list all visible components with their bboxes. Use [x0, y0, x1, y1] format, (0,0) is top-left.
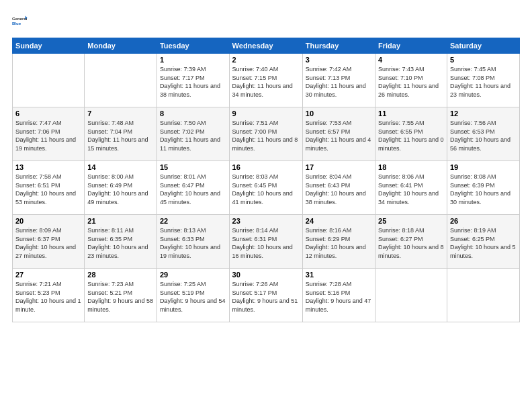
header-day-thursday: Thursday — [302, 38, 375, 54]
calendar-cell: 10Sunrise: 7:53 AM Sunset: 6:57 PM Dayli… — [302, 107, 375, 161]
day-info: Sunrise: 7:25 AM Sunset: 5:19 PM Dayligh… — [160, 280, 226, 314]
calendar-cell: 17Sunrise: 8:04 AM Sunset: 6:43 PM Dayli… — [302, 161, 375, 215]
calendar-cell: 3Sunrise: 7:42 AM Sunset: 7:13 PM Daylig… — [302, 54, 375, 107]
calendar-cell: 12Sunrise: 7:56 AM Sunset: 6:53 PM Dayli… — [447, 107, 519, 161]
day-number: 19 — [450, 163, 517, 171]
header-day-wednesday: Wednesday — [229, 38, 302, 54]
calendar-cell: 21Sunrise: 8:11 AM Sunset: 6:35 PM Dayli… — [85, 215, 157, 269]
day-number: 13 — [15, 163, 81, 171]
day-info: Sunrise: 8:06 AM Sunset: 6:41 PM Dayligh… — [378, 173, 444, 206]
day-info: Sunrise: 8:09 AM Sunset: 6:37 PM Dayligh… — [15, 226, 81, 260]
day-number: 21 — [87, 217, 154, 225]
day-info: Sunrise: 7:28 AM Sunset: 5:16 PM Dayligh… — [306, 280, 372, 314]
day-info: Sunrise: 7:47 AM Sunset: 7:06 PM Dayligh… — [15, 119, 81, 152]
calendar-cell — [85, 54, 157, 107]
day-info: Sunrise: 7:45 AM Sunset: 7:08 PM Dayligh… — [450, 65, 517, 99]
day-number: 1 — [160, 56, 226, 64]
day-number: 25 — [378, 217, 444, 225]
calendar-cell: 22Sunrise: 8:13 AM Sunset: 6:33 PM Dayli… — [157, 215, 229, 269]
day-info: Sunrise: 7:23 AM Sunset: 5:21 PM Dayligh… — [87, 280, 154, 314]
calendar-cell: 30Sunrise: 7:26 AM Sunset: 5:17 PM Dayli… — [229, 269, 302, 322]
day-number: 28 — [87, 271, 154, 279]
calendar-cell: 24Sunrise: 8:16 AM Sunset: 6:29 PM Dayli… — [302, 215, 375, 269]
calendar-cell: 2Sunrise: 7:40 AM Sunset: 7:15 PM Daylig… — [229, 54, 302, 107]
calendar-cell — [447, 269, 519, 322]
calendar-cell: 6Sunrise: 7:47 AM Sunset: 7:06 PM Daylig… — [13, 107, 85, 161]
calendar-cell: 8Sunrise: 7:50 AM Sunset: 7:02 PM Daylig… — [157, 107, 229, 161]
day-info: Sunrise: 7:39 AM Sunset: 7:17 PM Dayligh… — [160, 65, 226, 99]
day-number: 23 — [232, 217, 300, 225]
calendar-cell: 16Sunrise: 8:03 AM Sunset: 6:45 PM Dayli… — [229, 161, 302, 215]
day-info: Sunrise: 8:19 AM Sunset: 6:25 PM Dayligh… — [450, 226, 517, 260]
day-info: Sunrise: 7:26 AM Sunset: 5:17 PM Dayligh… — [232, 280, 300, 314]
day-number: 14 — [87, 163, 154, 171]
calendar-cell — [13, 54, 85, 107]
day-info: Sunrise: 8:04 AM Sunset: 6:43 PM Dayligh… — [306, 173, 372, 206]
day-info: Sunrise: 7:51 AM Sunset: 7:00 PM Dayligh… — [232, 119, 300, 152]
day-number: 16 — [232, 163, 300, 171]
day-number: 10 — [306, 109, 372, 118]
week-row-4: 20Sunrise: 8:09 AM Sunset: 6:37 PM Dayli… — [13, 215, 520, 269]
day-info: Sunrise: 7:42 AM Sunset: 7:13 PM Dayligh… — [306, 65, 372, 99]
day-number: 7 — [87, 109, 154, 118]
day-number: 30 — [232, 271, 300, 279]
day-number: 6 — [15, 109, 81, 118]
calendar-cell: 27Sunrise: 7:21 AM Sunset: 5:23 PM Dayli… — [13, 269, 85, 322]
calendar-cell: 14Sunrise: 8:00 AM Sunset: 6:49 PM Dayli… — [85, 161, 157, 215]
calendar-body: 1Sunrise: 7:39 AM Sunset: 7:17 PM Daylig… — [13, 54, 520, 322]
calendar-cell: 23Sunrise: 8:14 AM Sunset: 6:31 PM Dayli… — [229, 215, 302, 269]
day-number: 8 — [160, 109, 226, 118]
header-day-tuesday: Tuesday — [157, 38, 229, 54]
day-number: 26 — [450, 217, 517, 225]
calendar-cell: 29Sunrise: 7:25 AM Sunset: 5:19 PM Dayli… — [157, 269, 229, 322]
day-info: Sunrise: 8:11 AM Sunset: 6:35 PM Dayligh… — [87, 226, 154, 260]
day-info: Sunrise: 8:13 AM Sunset: 6:33 PM Dayligh… — [160, 226, 226, 260]
day-number: 24 — [306, 217, 372, 225]
calendar-cell: 1Sunrise: 7:39 AM Sunset: 7:17 PM Daylig… — [157, 54, 229, 107]
day-info: Sunrise: 8:16 AM Sunset: 6:29 PM Dayligh… — [306, 226, 372, 260]
week-row-1: 1Sunrise: 7:39 AM Sunset: 7:17 PM Daylig… — [13, 54, 520, 107]
day-number: 15 — [160, 163, 226, 171]
day-number: 11 — [378, 109, 444, 118]
day-info: Sunrise: 7:55 AM Sunset: 6:55 PM Dayligh… — [378, 119, 444, 152]
calendar-table: SundayMondayTuesdayWednesdayThursdayFrid… — [12, 38, 520, 322]
calendar-cell: 20Sunrise: 8:09 AM Sunset: 6:37 PM Dayli… — [13, 215, 85, 269]
day-number: 29 — [160, 271, 226, 279]
header: GeneralBlue — [12, 12, 520, 31]
day-info: Sunrise: 7:40 AM Sunset: 7:15 PM Dayligh… — [232, 65, 300, 99]
calendar-cell: 28Sunrise: 7:23 AM Sunset: 5:21 PM Dayli… — [85, 269, 157, 322]
logo: GeneralBlue — [12, 12, 34, 31]
day-info: Sunrise: 8:08 AM Sunset: 6:39 PM Dayligh… — [450, 173, 517, 206]
day-number: 3 — [306, 56, 372, 64]
day-info: Sunrise: 7:21 AM Sunset: 5:23 PM Dayligh… — [15, 280, 81, 314]
logo-icon: GeneralBlue — [12, 12, 31, 31]
day-number: 17 — [306, 163, 372, 171]
day-number: 2 — [232, 56, 300, 64]
calendar-cell: 4Sunrise: 7:43 AM Sunset: 7:10 PM Daylig… — [375, 54, 447, 107]
calendar-cell: 19Sunrise: 8:08 AM Sunset: 6:39 PM Dayli… — [447, 161, 519, 215]
day-info: Sunrise: 7:58 AM Sunset: 6:51 PM Dayligh… — [15, 173, 81, 206]
calendar-cell: 26Sunrise: 8:19 AM Sunset: 6:25 PM Dayli… — [447, 215, 519, 269]
header-row: SundayMondayTuesdayWednesdayThursdayFrid… — [13, 38, 520, 54]
day-info: Sunrise: 8:00 AM Sunset: 6:49 PM Dayligh… — [87, 173, 154, 206]
svg-text:General: General — [12, 17, 28, 21]
day-info: Sunrise: 7:43 AM Sunset: 7:10 PM Dayligh… — [378, 65, 444, 99]
calendar-cell: 15Sunrise: 8:01 AM Sunset: 6:47 PM Dayli… — [157, 161, 229, 215]
day-number: 9 — [232, 109, 300, 118]
header-day-monday: Monday — [85, 38, 157, 54]
day-number: 5 — [450, 56, 517, 64]
day-info: Sunrise: 8:01 AM Sunset: 6:47 PM Dayligh… — [160, 173, 226, 206]
header-day-saturday: Saturday — [447, 38, 519, 54]
calendar-page: GeneralBlue SundayMondayTuesdayWednesday… — [0, 0, 532, 411]
day-info: Sunrise: 8:14 AM Sunset: 6:31 PM Dayligh… — [232, 226, 300, 260]
calendar-cell: 11Sunrise: 7:55 AM Sunset: 6:55 PM Dayli… — [375, 107, 447, 161]
day-info: Sunrise: 7:50 AM Sunset: 7:02 PM Dayligh… — [160, 119, 226, 152]
day-number: 20 — [15, 217, 81, 225]
calendar-cell: 18Sunrise: 8:06 AM Sunset: 6:41 PM Dayli… — [375, 161, 447, 215]
header-day-friday: Friday — [375, 38, 447, 54]
calendar-cell: 25Sunrise: 8:18 AM Sunset: 6:27 PM Dayli… — [375, 215, 447, 269]
day-number: 12 — [450, 109, 517, 118]
day-number: 4 — [378, 56, 444, 64]
day-info: Sunrise: 7:53 AM Sunset: 6:57 PM Dayligh… — [306, 119, 372, 152]
day-info: Sunrise: 7:56 AM Sunset: 6:53 PM Dayligh… — [450, 119, 517, 152]
